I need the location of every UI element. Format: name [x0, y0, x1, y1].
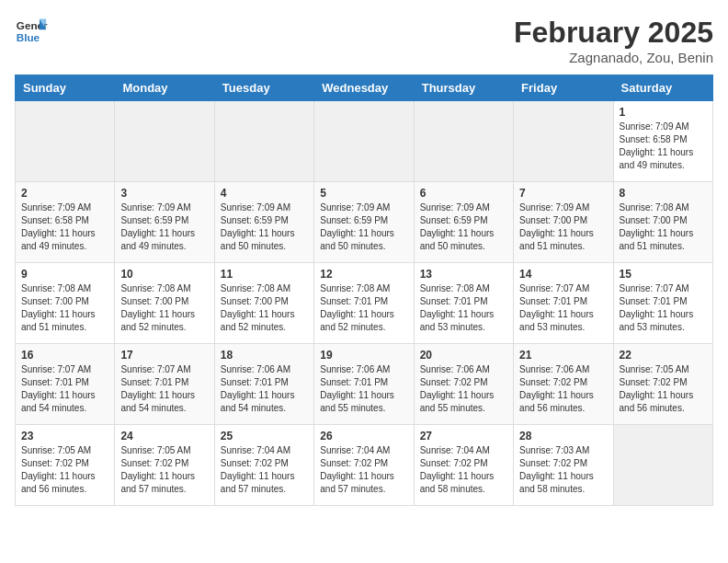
day-info: Sunrise: 7:07 AMSunset: 7:01 PMDaylight:… — [120, 363, 208, 415]
calendar-cell — [314, 101, 414, 182]
calendar-cell: 5Sunrise: 7:09 AMSunset: 6:59 PMDaylight… — [314, 182, 414, 263]
calendar-week-1: 1Sunrise: 7:09 AMSunset: 6:58 PMDaylight… — [16, 101, 713, 182]
day-info: Sunrise: 7:05 AMSunset: 7:02 PMDaylight:… — [21, 444, 108, 496]
day-info: Sunrise: 7:07 AMSunset: 7:01 PMDaylight:… — [620, 282, 707, 334]
day-number: 20 — [420, 349, 507, 362]
day-info: Sunrise: 7:07 AMSunset: 7:01 PMDaylight:… — [21, 363, 108, 415]
calendar-cell: 27Sunrise: 7:04 AMSunset: 7:02 PMDayligh… — [414, 425, 513, 506]
calendar-cell: 12Sunrise: 7:08 AMSunset: 7:01 PMDayligh… — [314, 263, 414, 344]
day-info: Sunrise: 7:09 AMSunset: 6:59 PMDaylight:… — [320, 201, 407, 253]
day-info: Sunrise: 7:04 AMSunset: 7:02 PMDaylight:… — [221, 444, 308, 496]
day-info: Sunrise: 7:09 AMSunset: 6:59 PMDaylight:… — [221, 201, 308, 253]
day-info: Sunrise: 7:09 AMSunset: 7:00 PMDaylight:… — [519, 201, 607, 253]
day-number: 19 — [320, 349, 407, 362]
day-info: Sunrise: 7:08 AMSunset: 7:00 PMDaylight:… — [21, 282, 108, 334]
page-header: General Blue February 2025 Zagnanado, Zo… — [15, 15, 713, 65]
calendar-cell: 11Sunrise: 7:08 AMSunset: 7:00 PMDayligh… — [214, 263, 313, 344]
calendar-cell: 21Sunrise: 7:06 AMSunset: 7:02 PMDayligh… — [514, 344, 613, 425]
weekday-header-wednesday: Wednesday — [314, 75, 414, 101]
day-number: 28 — [519, 430, 607, 442]
day-info: Sunrise: 7:08 AMSunset: 7:00 PMDaylight:… — [620, 201, 707, 253]
day-info: Sunrise: 7:05 AMSunset: 7:02 PMDaylight:… — [120, 444, 208, 496]
day-number: 9 — [21, 268, 108, 281]
day-number: 11 — [221, 268, 308, 281]
calendar-week-4: 16Sunrise: 7:07 AMSunset: 7:01 PMDayligh… — [16, 344, 713, 425]
day-info: Sunrise: 7:09 AMSunset: 6:58 PMDaylight:… — [21, 201, 108, 253]
day-number: 17 — [120, 349, 208, 362]
calendar-cell — [414, 101, 513, 182]
calendar-week-3: 9Sunrise: 7:08 AMSunset: 7:00 PMDaylight… — [16, 263, 713, 344]
calendar-cell: 25Sunrise: 7:04 AMSunset: 7:02 PMDayligh… — [214, 425, 313, 506]
logo-icon: General Blue — [15, 15, 48, 48]
calendar-cell: 4Sunrise: 7:09 AMSunset: 6:59 PMDaylight… — [214, 182, 313, 263]
day-info: Sunrise: 7:06 AMSunset: 7:02 PMDaylight:… — [420, 363, 507, 415]
day-number: 1 — [620, 106, 707, 119]
day-number: 10 — [120, 268, 208, 281]
day-info: Sunrise: 7:04 AMSunset: 7:02 PMDaylight:… — [320, 444, 407, 496]
day-info: Sunrise: 7:08 AMSunset: 7:01 PMDaylight:… — [320, 282, 407, 334]
calendar-cell: 7Sunrise: 7:09 AMSunset: 7:00 PMDaylight… — [514, 182, 613, 263]
day-info: Sunrise: 7:09 AMSunset: 6:59 PMDaylight:… — [420, 201, 507, 253]
day-number: 13 — [420, 268, 507, 281]
day-number: 25 — [221, 430, 308, 442]
weekday-header-monday: Monday — [115, 75, 214, 101]
weekday-header-tuesday: Tuesday — [214, 75, 313, 101]
day-number: 12 — [320, 268, 407, 281]
calendar-cell: 1Sunrise: 7:09 AMSunset: 6:58 PMDaylight… — [613, 101, 712, 182]
day-number: 15 — [620, 268, 707, 281]
weekday-header-friday: Friday — [514, 75, 613, 101]
logo: General Blue — [15, 15, 51, 48]
calendar-cell: 23Sunrise: 7:05 AMSunset: 7:02 PMDayligh… — [16, 425, 115, 506]
day-number: 5 — [320, 187, 407, 200]
calendar-cell: 26Sunrise: 7:04 AMSunset: 7:02 PMDayligh… — [314, 425, 414, 506]
location: Zagnanado, Zou, Benin — [514, 50, 713, 65]
calendar-cell: 8Sunrise: 7:08 AMSunset: 7:00 PMDaylight… — [613, 182, 712, 263]
day-info: Sunrise: 7:03 AMSunset: 7:02 PMDaylight:… — [519, 444, 607, 496]
calendar-cell — [115, 101, 214, 182]
calendar-cell: 20Sunrise: 7:06 AMSunset: 7:02 PMDayligh… — [414, 344, 513, 425]
calendar-cell: 15Sunrise: 7:07 AMSunset: 7:01 PMDayligh… — [613, 263, 712, 344]
day-info: Sunrise: 7:08 AMSunset: 7:00 PMDaylight:… — [120, 282, 208, 334]
calendar-cell: 13Sunrise: 7:08 AMSunset: 7:01 PMDayligh… — [414, 263, 513, 344]
day-number: 21 — [519, 349, 607, 362]
calendar-header-row: SundayMondayTuesdayWednesdayThursdayFrid… — [16, 75, 713, 101]
title-block: February 2025 Zagnanado, Zou, Benin — [514, 15, 713, 65]
day-info: Sunrise: 7:07 AMSunset: 7:01 PMDaylight:… — [519, 282, 607, 334]
calendar-week-5: 23Sunrise: 7:05 AMSunset: 7:02 PMDayligh… — [16, 425, 713, 506]
day-info: Sunrise: 7:06 AMSunset: 7:02 PMDaylight:… — [519, 363, 607, 415]
calendar-cell — [613, 425, 712, 506]
day-info: Sunrise: 7:06 AMSunset: 7:01 PMDaylight:… — [320, 363, 407, 415]
calendar-cell: 19Sunrise: 7:06 AMSunset: 7:01 PMDayligh… — [314, 344, 414, 425]
weekday-header-saturday: Saturday — [613, 75, 712, 101]
calendar-cell: 10Sunrise: 7:08 AMSunset: 7:00 PMDayligh… — [115, 263, 214, 344]
day-number: 22 — [620, 349, 707, 362]
calendar-cell: 18Sunrise: 7:06 AMSunset: 7:01 PMDayligh… — [214, 344, 313, 425]
weekday-header-thursday: Thursday — [414, 75, 513, 101]
day-number: 18 — [221, 349, 308, 362]
calendar-cell: 22Sunrise: 7:05 AMSunset: 7:02 PMDayligh… — [613, 344, 712, 425]
day-info: Sunrise: 7:06 AMSunset: 7:01 PMDaylight:… — [221, 363, 308, 415]
calendar-cell: 24Sunrise: 7:05 AMSunset: 7:02 PMDayligh… — [115, 425, 214, 506]
day-number: 23 — [21, 430, 108, 442]
day-number: 2 — [21, 187, 108, 200]
day-info: Sunrise: 7:05 AMSunset: 7:02 PMDaylight:… — [620, 363, 707, 415]
day-number: 8 — [620, 187, 707, 200]
day-number: 24 — [120, 430, 208, 442]
calendar-cell — [214, 101, 313, 182]
calendar-cell: 28Sunrise: 7:03 AMSunset: 7:02 PMDayligh… — [514, 425, 613, 506]
calendar-cell: 14Sunrise: 7:07 AMSunset: 7:01 PMDayligh… — [514, 263, 613, 344]
svg-text:Blue: Blue — [17, 31, 40, 43]
calendar-cell: 6Sunrise: 7:09 AMSunset: 6:59 PMDaylight… — [414, 182, 513, 263]
weekday-header-sunday: Sunday — [16, 75, 115, 101]
calendar-cell: 17Sunrise: 7:07 AMSunset: 7:01 PMDayligh… — [115, 344, 214, 425]
day-number: 4 — [221, 187, 308, 200]
calendar-cell — [514, 101, 613, 182]
calendar-week-2: 2Sunrise: 7:09 AMSunset: 6:58 PMDaylight… — [16, 182, 713, 263]
calendar-cell — [16, 101, 115, 182]
day-info: Sunrise: 7:08 AMSunset: 7:01 PMDaylight:… — [420, 282, 507, 334]
calendar-cell: 2Sunrise: 7:09 AMSunset: 6:58 PMDaylight… — [16, 182, 115, 263]
day-info: Sunrise: 7:04 AMSunset: 7:02 PMDaylight:… — [420, 444, 507, 496]
day-number: 6 — [420, 187, 507, 200]
day-info: Sunrise: 7:09 AMSunset: 6:59 PMDaylight:… — [120, 201, 208, 253]
day-info: Sunrise: 7:08 AMSunset: 7:00 PMDaylight:… — [221, 282, 308, 334]
